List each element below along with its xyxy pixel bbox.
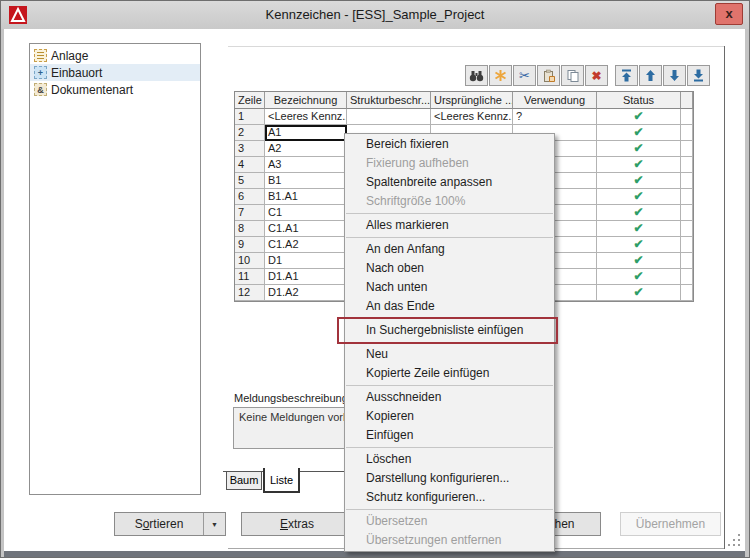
status-cell[interactable]: ✔ — [597, 285, 681, 301]
bezeichnung-cell[interactable]: <Leeres Kennz... — [265, 109, 347, 125]
menu-item-neu[interactable]: Neu — [345, 345, 554, 364]
extras-label: Extras — [280, 517, 314, 531]
cut-button[interactable]: ✂ — [513, 65, 536, 86]
status-cell[interactable]: ✔ — [597, 189, 681, 205]
panel-top-border — [228, 46, 724, 47]
column-header[interactable]: Zeile — [235, 92, 265, 109]
column-header[interactable]: Bezeichnung — [265, 92, 347, 109]
copy-icon — [566, 69, 580, 83]
status-cell[interactable]: ✔ — [597, 157, 681, 173]
status-cell[interactable]: ✔ — [597, 205, 681, 221]
column-header-filler — [681, 92, 693, 109]
status-cell[interactable]: ✔ — [597, 125, 681, 141]
status-cell[interactable]: ✔ — [597, 269, 681, 285]
delete-x-icon: ✖ — [591, 69, 601, 83]
status-cell[interactable]: ✔ — [597, 221, 681, 237]
bezeichnung-cell[interactable]: B1 — [265, 173, 347, 189]
menu-item-darstellung-konfigurieren[interactable]: Darstellung konfigurieren... — [345, 469, 554, 488]
verwendung-cell[interactable]: ? — [513, 109, 597, 125]
menu-item-bereich-fixieren[interactable]: Bereich fixieren — [345, 135, 554, 154]
bezeichnung-cell[interactable]: C1.A1 — [265, 221, 347, 237]
tab-baum[interactable]: Baum — [226, 472, 262, 490]
column-header[interactable]: Status — [597, 92, 681, 109]
bezeichnung-cell[interactable]: B1.A1 — [265, 189, 347, 205]
move-up-button[interactable] — [639, 65, 662, 86]
urspruenglich-cell[interactable]: <Leeres Kennz... — [431, 109, 513, 125]
category-tree: Anlage + Einbauort & Dokumentenart — [29, 43, 201, 495]
status-ok-icon: ✔ — [633, 125, 643, 139]
sortieren-dropdown[interactable]: ▼ — [203, 513, 225, 535]
menu-item-schutz-konfigurieren[interactable]: Schutz konfigurieren... — [345, 488, 554, 507]
menu-separator — [346, 509, 553, 510]
move-to-top-button[interactable] — [615, 65, 638, 86]
row-number-cell[interactable]: 9 — [235, 237, 265, 253]
bezeichnung-cell-editing[interactable]: A1 — [265, 125, 347, 141]
status-cell[interactable]: ✔ — [597, 141, 681, 157]
bezeichnung-cell[interactable]: D1 — [265, 253, 347, 269]
new-button[interactable] — [489, 65, 512, 86]
title-bar[interactable]: Kennzeichen - [ESS]_Sample_Project x — [1, 1, 749, 29]
bezeichnung-cell[interactable]: C1.A2 — [265, 237, 347, 253]
tree-item-label: Einbauort — [51, 66, 102, 80]
filler-cell — [681, 189, 693, 205]
menu-item-ausschneiden[interactable]: Ausschneiden — [345, 388, 554, 407]
bezeichnung-cell[interactable]: D1.A2 — [265, 285, 347, 301]
status-cell[interactable]: ✔ — [597, 253, 681, 269]
row-number-cell[interactable]: 7 — [235, 205, 265, 221]
bezeichnung-cell[interactable]: A2 — [265, 141, 347, 157]
row-number-cell[interactable]: 12 — [235, 285, 265, 301]
row-number-cell[interactable]: 2 — [235, 125, 265, 141]
star-icon — [494, 69, 507, 82]
status-cell[interactable]: ✔ — [597, 237, 681, 253]
row-number-cell[interactable]: 4 — [235, 157, 265, 173]
extras-button[interactable]: Extras — [241, 512, 353, 536]
binoculars-icon — [469, 69, 484, 82]
menu-item-an-das-ende[interactable]: An das Ende — [345, 297, 554, 316]
menu-item-kopierte-zeile-einfuegen[interactable]: Kopierte Zeile einfügen — [345, 364, 554, 383]
filler-cell — [681, 173, 693, 189]
row-number-cell[interactable]: 1 — [235, 109, 265, 125]
bezeichnung-cell[interactable]: D1.A1 — [265, 269, 347, 285]
status-cell[interactable]: ✔ — [597, 173, 681, 189]
column-header[interactable]: Strukturbeschr... — [347, 92, 431, 109]
filler-cell — [681, 237, 693, 253]
sortieren-button[interactable]: Sortieren ▼ — [114, 512, 226, 536]
tree-item-einbauort[interactable]: + Einbauort — [30, 64, 200, 81]
bezeichnung-cell[interactable]: C1 — [265, 205, 347, 221]
paste-button[interactable] — [537, 65, 560, 86]
row-number-cell[interactable]: 11 — [235, 269, 265, 285]
column-header[interactable]: Verwendung — [513, 92, 597, 109]
menu-item-kopieren[interactable]: Kopieren — [345, 407, 554, 426]
column-header[interactable]: Ursprüngliche ... — [431, 92, 513, 109]
menu-item-alles-markieren[interactable]: Alles markieren — [345, 216, 554, 235]
tree-item-anlage[interactable]: Anlage — [30, 47, 200, 64]
find-button[interactable] — [465, 65, 488, 86]
menu-item-nach-oben[interactable]: Nach oben — [345, 259, 554, 278]
apply-button: Übernehmen — [620, 512, 721, 536]
delete-button[interactable]: ✖ — [585, 65, 608, 86]
menu-item-uebersetzungen-entfernen: Übersetzungen entfernen — [345, 531, 554, 550]
row-number-cell[interactable]: 5 — [235, 173, 265, 189]
tab-liste[interactable]: Liste — [263, 468, 300, 493]
row-number-cell[interactable]: 3 — [235, 141, 265, 157]
status-cell[interactable]: ✔ — [597, 109, 681, 125]
resize-grip-icon[interactable] — [728, 534, 742, 548]
menu-item-loeschen[interactable]: Löschen — [345, 450, 554, 469]
status-ok-icon: ✔ — [633, 157, 643, 171]
close-button[interactable]: x — [715, 3, 743, 25]
menu-item-an-den-anfang[interactable]: An den Anfang — [345, 240, 554, 259]
struktur-cell[interactable] — [347, 109, 431, 125]
status-ok-icon: ✔ — [633, 221, 643, 235]
move-to-bottom-button[interactable] — [687, 65, 710, 86]
copy-button[interactable] — [561, 65, 584, 86]
tree-item-dokumentenart[interactable]: & Dokumentenart — [30, 81, 200, 98]
menu-item-nach-unten[interactable]: Nach unten — [345, 278, 554, 297]
row-number-cell[interactable]: 6 — [235, 189, 265, 205]
row-number-cell[interactable]: 10 — [235, 253, 265, 269]
move-down-button[interactable] — [663, 65, 686, 86]
menu-item-einfuegen[interactable]: Einfügen — [345, 426, 554, 445]
menu-item-spaltenbreite-anpassen[interactable]: Spaltenbreite anpassen — [345, 173, 554, 192]
row-number-cell[interactable]: 8 — [235, 221, 265, 237]
status-ok-icon: ✔ — [633, 253, 643, 267]
bezeichnung-cell[interactable]: A3 — [265, 157, 347, 173]
